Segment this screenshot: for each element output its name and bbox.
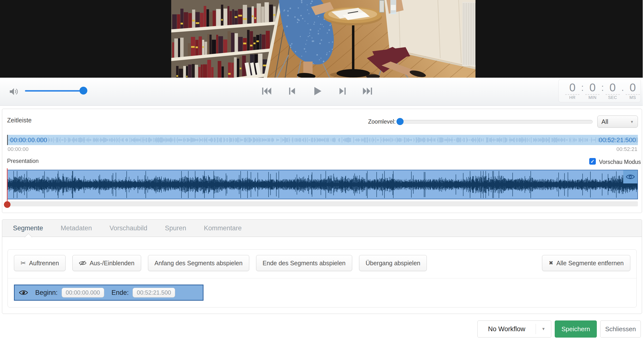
check-icon: ✓ [590, 159, 594, 164]
caret-down-icon: ▼ [536, 327, 551, 331]
segments-toolbox: ✂ Auftrennen Aus-/Einblenden Anfang des … [8, 249, 637, 308]
overview-start-time: 00:00:00.000 [10, 135, 47, 145]
tab-segmente[interactable]: Segmente [13, 224, 43, 232]
time-ms-group: 0 MS [625, 81, 640, 100]
preview-mode-label: Vorschau Modus [599, 159, 641, 165]
skip-to-start-icon [261, 87, 272, 96]
track-name-label: Presentation [7, 158, 39, 164]
workflow-select-value: No Workflow [478, 325, 536, 333]
play-segment-end-button[interactable]: Ende des Segments abspielen [256, 255, 352, 271]
segment-row[interactable]: Beginn: 00:00:00.000 Ende: 00:52:21.500 [14, 285, 204, 301]
play-segment-start-button[interactable]: Anfang des Segments abspielen [148, 255, 249, 271]
play-transition-label: Übergang abspielen [366, 260, 420, 267]
play-transition-button[interactable]: Übergang abspielen [359, 255, 427, 271]
editor-tabs-panel: Segmente Metadaten Vorschaubild Spuren K… [2, 219, 642, 314]
scissors-icon: ✂ [20, 260, 26, 266]
segment-end-label: Ende: [112, 289, 129, 297]
eye-icon [626, 174, 635, 180]
play-segment-start-label: Anfang des Segments abspielen [154, 260, 243, 267]
previous-frame-icon [287, 87, 297, 96]
overview-waveform-canvas [7, 135, 638, 145]
transport-controls [261, 84, 373, 99]
caret-down-icon: ▼ [630, 120, 634, 124]
segment-begin-label: Beginn: [35, 289, 58, 297]
play-segment-end-label: Ende des Segments abspielen [263, 260, 346, 267]
close-button[interactable]: Schliessen [600, 321, 641, 338]
playhead-line[interactable] [7, 168, 8, 204]
video-frame[interactable] [171, 0, 476, 78]
remove-all-segments-button[interactable]: ✖ Alle Segmente entfernen [542, 255, 630, 271]
time-minutes-group: 0 MIN [584, 81, 600, 100]
time-minutes-label: MIN [588, 95, 596, 100]
segment-toolbar: ✂ Auftrennen Aus-/Einblenden Anfang des … [14, 255, 630, 271]
next-frame-icon [338, 87, 347, 96]
skip-to-end-icon [362, 87, 373, 96]
time-seconds-underline [606, 94, 620, 95]
zoomlevel-slider-track[interactable] [398, 120, 593, 124]
save-button[interactable]: Speichern [555, 321, 597, 338]
playhead-handle[interactable] [4, 201, 10, 208]
tab-spuren[interactable]: Spuren [165, 224, 186, 232]
time-ms-label: MS [629, 95, 636, 100]
segment-end-input[interactable]: 00:52:21.500 [132, 288, 175, 298]
x-cross-icon: ✖ [548, 260, 553, 266]
split-button-label: Auftrennen [29, 260, 59, 267]
time-seconds-value: 0 [604, 81, 620, 94]
segment-eye-icon[interactable] [19, 290, 28, 296]
volume-icon [9, 87, 19, 96]
overview-playhead[interactable] [7, 135, 8, 145]
remove-all-segments-label: Alle Segmente entfernen [556, 260, 624, 267]
segment-begin-input[interactable]: 00:00:00.000 [62, 288, 104, 298]
time-minutes-value: 0 [584, 81, 600, 94]
segment-visibility-corner[interactable] [623, 170, 638, 183]
tab-vorschaubild[interactable]: Vorschaubild [110, 224, 148, 232]
video-scene [171, 0, 476, 78]
skip-to-end-button[interactable] [362, 84, 373, 99]
tab-metadaten[interactable]: Metadaten [61, 224, 92, 232]
track-filter-value: All [602, 118, 608, 125]
video-editor-app: 0 HR : 0 MIN : 0 SEC . 0 MS [0, 0, 644, 340]
time-ms-underline [626, 94, 640, 95]
eye-slash-icon [79, 260, 86, 266]
axis-end-label: 00:52:21 [616, 146, 638, 153]
tab-kommentare[interactable]: Kommentare [204, 224, 242, 232]
time-hours-underline [565, 94, 580, 95]
timeline-title: Zeitleiste [7, 117, 32, 124]
waveform-track[interactable] [7, 170, 638, 199]
time-seconds-group: 0 SEC [604, 81, 620, 100]
time-separator: : [600, 81, 605, 94]
volume-slider-thumb[interactable] [80, 87, 87, 95]
time-separator: : [580, 81, 585, 94]
time-hours-group: 0 HR [564, 81, 580, 100]
time-display: 0 HR : 0 MIN : 0 SEC . 0 MS [558, 79, 641, 102]
time-separator: . [620, 81, 625, 94]
overview-end-time: 00:52:21.500 [599, 135, 636, 145]
toggle-visibility-label: Aus-/Einblenden [90, 260, 134, 267]
timeline-overview-bar[interactable]: 00:00:00.000 00:52:21.500 [7, 135, 638, 145]
split-button[interactable]: ✂ Auftrennen [14, 255, 66, 271]
time-seconds-label: SEC [608, 95, 617, 100]
time-ms-value: 0 [625, 81, 640, 94]
preview-mode-checkbox[interactable]: ✓ [589, 158, 596, 165]
toolbar-divider [8, 278, 636, 278]
time-minutes-underline [585, 94, 600, 95]
time-hours-label: HR [569, 95, 576, 100]
waveform-scrollbar[interactable] [7, 201, 638, 206]
volume-slider-track[interactable] [25, 90, 87, 92]
tab-bar: Segmente Metadaten Vorschaubild Spuren K… [2, 220, 642, 237]
waveform-canvas [8, 170, 638, 199]
timeline-panel: Zeitleiste Zoomlevel: All ▼ 00:00:00.000… [2, 109, 642, 213]
track-filter-select[interactable]: All ▼ [597, 116, 638, 128]
play-icon [312, 86, 322, 96]
toggle-visibility-button[interactable]: Aus-/Einblenden [72, 255, 141, 271]
play-button[interactable] [312, 84, 323, 99]
next-frame-button[interactable] [337, 84, 348, 99]
zoomlevel-label: Zoomlevel: [368, 119, 396, 125]
workflow-select[interactable]: No Workflow ▼ [478, 321, 551, 338]
zoomlevel-slider-thumb[interactable] [396, 118, 404, 125]
skip-to-start-button[interactable] [261, 84, 272, 99]
previous-frame-button[interactable] [286, 84, 298, 99]
timeline-axis: 00:00:00 00:52:21 [7, 146, 638, 153]
player-controls-bar: 0 HR : 0 MIN : 0 SEC . 0 MS [0, 78, 643, 106]
axis-start-label: 00:00:00 [8, 146, 28, 153]
